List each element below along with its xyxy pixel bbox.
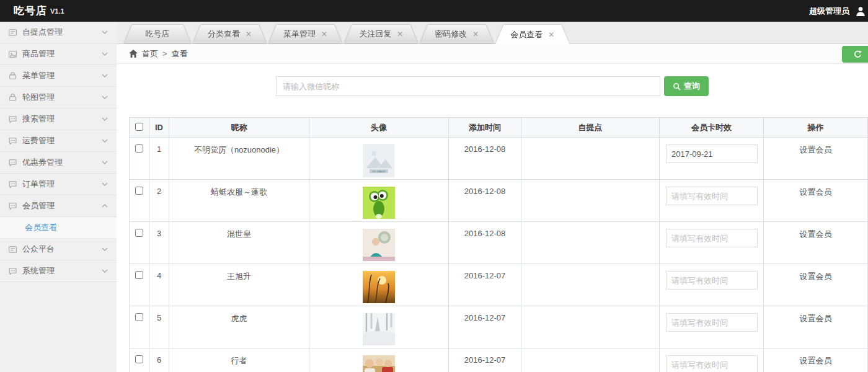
image-icon xyxy=(8,50,17,59)
member-pickup-point xyxy=(521,264,660,306)
sidebar-item-label: 订单管理 xyxy=(22,179,55,190)
chevron-down-icon xyxy=(102,269,108,273)
breadcrumb-home[interactable]: 首页 xyxy=(142,48,158,60)
sidebar-item-菜单管理[interactable]: 菜单管理 xyxy=(0,65,117,87)
set-member-action[interactable]: 设置会员 xyxy=(800,187,832,197)
sidebar-item-搜索管理[interactable]: 搜索管理 xyxy=(0,108,117,130)
tab-关注回复[interactable]: 关注回复✕ xyxy=(344,25,418,43)
set-member-action[interactable]: 设置会员 xyxy=(800,314,832,323)
sidebar-item-label: 系统管理 xyxy=(22,265,55,277)
card-validity-cell xyxy=(660,306,764,348)
sidebar-subitem-会员查看[interactable]: 会员查看 xyxy=(0,217,117,239)
member-id: 6 xyxy=(149,348,169,372)
set-member-action[interactable]: 设置会员 xyxy=(800,145,832,154)
card-validity-cell xyxy=(660,222,764,264)
table-row: 5虎虎2016-12-07设置会员 xyxy=(130,306,868,348)
sidebar-item-label: 搜索管理 xyxy=(22,113,55,125)
sidebar-item-label: 运费管理 xyxy=(22,135,55,146)
column-header: 添加时间 xyxy=(449,118,521,138)
tab-label: 密码修改 xyxy=(435,29,467,40)
member-added-date: 2016-12-08 xyxy=(449,138,521,180)
tab-菜单管理[interactable]: 菜单管理✕ xyxy=(268,25,342,43)
breadcrumb-current: 查看 xyxy=(172,48,188,60)
sidebar-item-系统管理[interactable]: 系统管理 xyxy=(0,260,117,282)
member-id: 3 xyxy=(149,222,169,264)
sidebar-item-订单管理[interactable]: 订单管理 xyxy=(0,174,117,195)
tab-密码修改[interactable]: 密码修改✕ xyxy=(420,25,494,43)
card-validity-input[interactable] xyxy=(666,313,758,332)
sidebar-item-商品管理[interactable]: 商品管理 xyxy=(0,43,117,65)
tab-close-icon[interactable]: ✕ xyxy=(472,30,479,38)
tab-label: 菜单管理 xyxy=(283,29,316,40)
sidebar-item-运费管理[interactable]: 运费管理 xyxy=(0,130,117,152)
card-validity-cell xyxy=(660,348,764,372)
row-checkbox[interactable] xyxy=(135,144,143,153)
member-nickname: 蜻蜓农服～蓬歌 xyxy=(169,180,309,222)
row-select-cell xyxy=(130,264,149,306)
table-row: 3混世皇2016-12-08设置会员 xyxy=(130,222,868,264)
sidebar-item-公众平台[interactable]: 公众平台 xyxy=(0,239,117,260)
card-validity-input[interactable] xyxy=(666,355,758,372)
card-validity-input[interactable] xyxy=(666,271,758,290)
tab-label: 吃号店 xyxy=(146,29,170,40)
row-actions-cell: 设置会员 xyxy=(764,306,868,348)
column-header: 自提点 xyxy=(521,118,660,138)
avatar-snow-photo xyxy=(363,312,395,346)
bag-icon xyxy=(8,71,17,81)
sidebar-item-label: 公众平台 xyxy=(22,244,55,255)
member-nickname: 不明觉厉（nozuonodie） xyxy=(169,138,309,180)
content-area: 吃号店分类查看✕菜单管理✕关注回复✕密码修改✕会员查看✕ 首页 > 查看 查询 xyxy=(117,22,868,372)
chevron-down-icon xyxy=(102,52,108,56)
card-validity-cell xyxy=(660,180,764,222)
row-checkbox[interactable] xyxy=(135,271,143,279)
member-id: 2 xyxy=(149,180,169,222)
tab-吃号店[interactable]: 吃号店 xyxy=(124,25,191,43)
set-member-action[interactable]: 设置会员 xyxy=(800,229,832,239)
sidebar-item-会员管理[interactable]: 会员管理 xyxy=(0,195,117,217)
row-checkbox[interactable] xyxy=(135,355,143,363)
table-header-row: ID昵称头像添加时间自提点会员卡时效操作 xyxy=(130,118,868,138)
member-nickname: 王旭升 xyxy=(169,264,309,306)
member-pickup-point xyxy=(521,222,660,264)
top-bar: 吃号店 V1.1 超级管理员 xyxy=(0,0,868,22)
user-icon[interactable] xyxy=(856,6,866,16)
sidebar-item-自提点管理[interactable]: 自提点管理 xyxy=(0,22,117,43)
set-member-action[interactable]: 设置会员 xyxy=(800,356,832,365)
current-user-label[interactable]: 超级管理员 xyxy=(809,6,849,17)
tab-close-icon[interactable]: ✕ xyxy=(246,30,252,38)
row-select-cell xyxy=(130,180,149,222)
row-select-cell xyxy=(130,222,149,264)
tab-label: 关注回复 xyxy=(359,29,391,40)
member-pickup-point xyxy=(521,306,660,348)
tab-分类查看[interactable]: 分类查看✕ xyxy=(193,25,267,43)
bag-icon xyxy=(8,93,17,102)
sidebar-item-优惠券管理[interactable]: 优惠券管理 xyxy=(0,152,117,174)
card-validity-input[interactable] xyxy=(666,187,758,205)
card-validity-input[interactable] xyxy=(666,144,758,163)
tab-close-icon[interactable]: ✕ xyxy=(321,30,327,38)
member-nickname: 混世皇 xyxy=(169,222,309,264)
card-validity-input[interactable] xyxy=(666,229,758,247)
table-row: 6行者2016-12-07设置会员 xyxy=(130,348,868,372)
member-avatar-cell xyxy=(309,306,449,348)
tab-close-icon[interactable]: ✕ xyxy=(397,30,403,38)
row-checkbox[interactable] xyxy=(135,187,143,195)
member-pickup-point xyxy=(521,138,660,180)
search-input[interactable] xyxy=(276,76,660,96)
search-button[interactable]: 查询 xyxy=(664,76,709,96)
chat-icon xyxy=(8,136,17,146)
tab-close-icon[interactable]: ✕ xyxy=(548,31,554,38)
avatar-child-photo xyxy=(363,228,395,262)
row-actions-cell: 设置会员 xyxy=(764,180,868,222)
row-checkbox[interactable] xyxy=(135,313,143,321)
refresh-button[interactable] xyxy=(842,46,868,63)
search-row: 查询 xyxy=(117,76,868,96)
row-actions-cell: 设置会员 xyxy=(764,264,868,306)
select-all-checkbox[interactable] xyxy=(135,123,143,131)
set-member-action[interactable]: 设置会员 xyxy=(800,272,832,281)
column-header: 操作 xyxy=(764,118,868,138)
tab-会员查看[interactable]: 会员查看✕ xyxy=(495,25,569,43)
sidebar-item-轮图管理[interactable]: 轮图管理 xyxy=(0,87,117,108)
row-checkbox[interactable] xyxy=(135,229,143,237)
column-header: 会员卡时效 xyxy=(660,118,764,138)
